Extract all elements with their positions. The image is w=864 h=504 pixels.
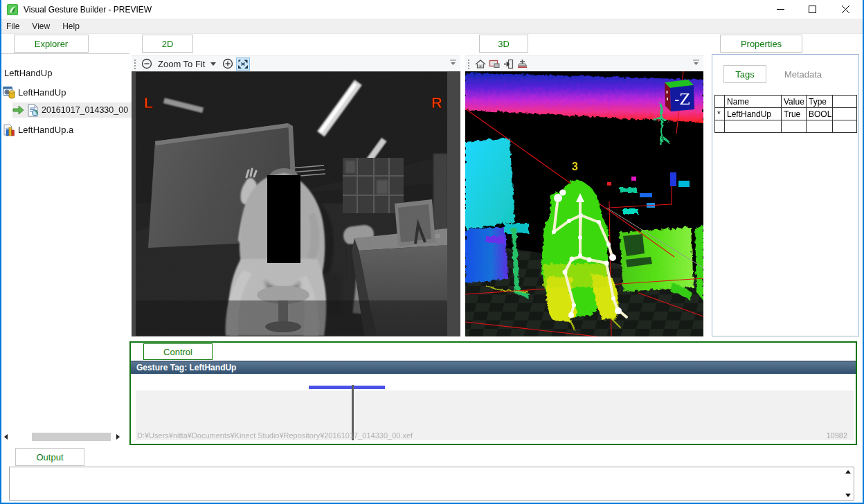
control-panel: Control Gesture Tag: LeftHandUp D:¥Users… [129, 341, 857, 445]
explorer-hscroll-thumb[interactable] [32, 433, 111, 441]
scroll-down-button[interactable] [845, 494, 851, 497]
tagged-region-bar[interactable] [309, 386, 385, 389]
maximize-button[interactable] [796, 0, 828, 19]
menu-help[interactable]: Help [56, 19, 86, 34]
toolbar-2d: Zoom To Fit [132, 55, 460, 71]
output-vscrollbar[interactable] [843, 467, 854, 500]
tree-item-label: LeftHandUp.a [18, 125, 73, 135]
fit-to-window-icon [238, 60, 248, 69]
viewport-2d[interactable]: L R [132, 71, 460, 336]
window-border-left [0, 0, 1, 504]
maximize-icon [809, 6, 816, 13]
menu-view[interactable]: View [26, 19, 56, 34]
tab-explorer[interactable]: Explorer [14, 35, 89, 53]
scroll-up-icon [845, 470, 851, 474]
zoom-in-button[interactable] [221, 57, 235, 71]
close-icon [842, 6, 849, 13]
menu-bar: File View Help [0, 19, 864, 34]
gesture-tag-header: Gesture Tag: LeftHandUp [131, 361, 856, 374]
toolbar-overflow-icon[interactable] [692, 59, 700, 66]
properties-panel: Tags Metadata Name Value Type * LeftHand… [712, 54, 859, 336]
tree-item-label: LeftHandUp [4, 68, 52, 78]
ground-plane-button[interactable] [515, 57, 529, 71]
tree-item-analysis[interactable]: LeftHandUp.a [3, 122, 73, 137]
tab-3d[interactable]: 3D [479, 35, 528, 53]
row-indicator: * [715, 108, 725, 120]
orientation-cube[interactable]: -Z [665, 80, 694, 111]
depth-point-cloud-view: -Z 3 [465, 71, 703, 336]
view-frustum-button[interactable] [487, 57, 501, 71]
tag-value-cell[interactable]: True [782, 108, 807, 120]
explorer-hscroll-left-button[interactable] [4, 434, 8, 440]
output-console[interactable] [9, 467, 854, 501]
left-overlay-label: L [144, 94, 153, 111]
scroll-left-icon [4, 434, 8, 440]
tag-value-cell[interactable] [782, 120, 807, 133]
tree-item-label: 20161017_014330_00 [42, 105, 128, 115]
zoom-mode-dropdown[interactable]: Zoom To Fit [158, 59, 205, 69]
fit-to-window-button[interactable] [236, 57, 250, 71]
grid-header-name[interactable]: Name [725, 96, 782, 108]
toolbar-3d [465, 55, 703, 71]
view-frustum-icon [489, 59, 500, 69]
tree-item-project[interactable]: LeftHandUp [3, 84, 66, 100]
clip-file-path: D:¥Users¥nitta¥Documents¥Kinect Studio¥R… [137, 431, 413, 440]
tag-type-cell[interactable]: BOOL [807, 108, 833, 120]
chevron-down-icon[interactable] [210, 62, 216, 66]
tag-name-cell[interactable] [725, 120, 782, 133]
app-icon [7, 4, 18, 15]
tab-tags[interactable]: Tags [723, 65, 766, 83]
toolbar-overflow-icon[interactable] [449, 59, 457, 66]
grid-row-empty[interactable] [715, 120, 857, 133]
clip-file-icon [27, 104, 39, 117]
tab-2d[interactable]: 2D [142, 35, 193, 53]
title-bar: Visual Gesture Builder - PREVIEW [0, 0, 864, 19]
toolbar-grip[interactable] [467, 59, 470, 69]
ir-camera-image: L R [136, 72, 447, 336]
zoom-out-icon [141, 58, 152, 69]
right-overlay-label: R [431, 94, 442, 111]
current-clip-arrow-icon [12, 105, 25, 115]
home-view-button[interactable] [474, 57, 487, 71]
minimize-icon [777, 6, 784, 13]
scroll-right-icon [116, 434, 120, 440]
minimize-button[interactable] [764, 0, 796, 19]
visual-gesture-builder-window: Visual Gesture Builder - PREVIEW File Vi… [0, 0, 864, 504]
tab-output[interactable]: Output [15, 448, 84, 466]
grid-corner-cell [715, 96, 725, 108]
ground-plane-icon [517, 59, 528, 69]
window-title: Visual Gesture Builder - PREVIEW [24, 5, 152, 15]
grid-header-value[interactable]: Value [782, 96, 807, 108]
tree-item-gesture-root[interactable]: LeftHandUp [4, 66, 52, 79]
enter-view-button[interactable] [501, 57, 515, 71]
tag-name-cell[interactable]: LeftHandUp [725, 108, 782, 120]
grid-header-filler [833, 96, 857, 108]
row-indicator [715, 120, 725, 133]
gesture-project-icon [3, 86, 16, 99]
tag-type-cell[interactable] [807, 120, 833, 133]
tab-properties[interactable]: Properties [720, 35, 802, 53]
body-index-label: 3 [572, 161, 578, 172]
scroll-down-icon [845, 494, 851, 497]
toolbar-grip[interactable] [134, 59, 136, 69]
explorer-separator [0, 53, 129, 54]
tags-grid: Name Value Type * LeftHandUp True BOOL [714, 95, 857, 133]
enter-view-icon [503, 59, 514, 69]
row-filler [833, 120, 857, 133]
zoom-in-icon [222, 58, 233, 69]
analysis-file-icon [3, 123, 16, 136]
tree-item-clip-selected[interactable]: 20161017_014330_00 [12, 102, 132, 118]
zoom-out-button[interactable] [140, 57, 154, 71]
frame-count-label: 10982 [826, 431, 847, 440]
row-filler [833, 108, 857, 120]
grid-row-tag[interactable]: * LeftHandUp True BOOL [715, 108, 857, 120]
tab-control[interactable]: Control [143, 343, 213, 360]
explorer-hscroll-right-button[interactable] [116, 434, 120, 440]
home-view-icon [475, 59, 486, 69]
menu-file[interactable]: File [0, 19, 26, 34]
tab-metadata[interactable]: Metadata [776, 65, 830, 83]
close-button[interactable] [828, 0, 863, 19]
viewport-3d[interactable]: -Z 3 [465, 71, 703, 336]
scroll-up-button[interactable] [845, 470, 851, 474]
grid-header-type[interactable]: Type [807, 96, 833, 108]
